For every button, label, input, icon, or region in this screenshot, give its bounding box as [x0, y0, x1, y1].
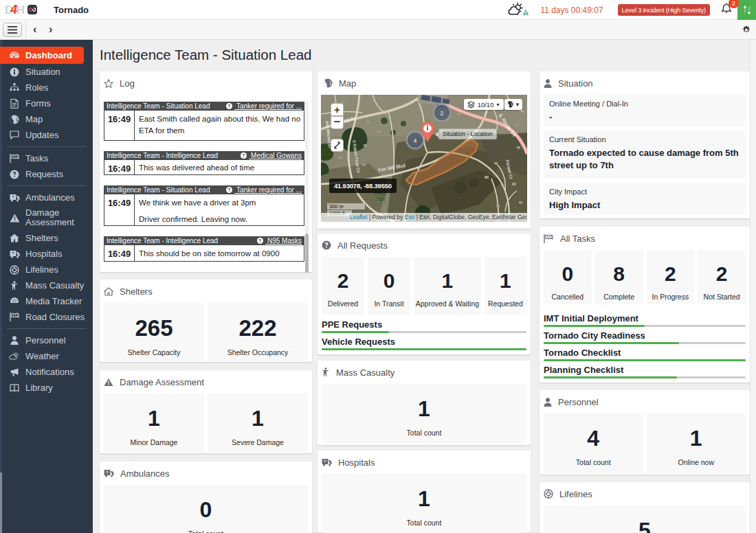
svg-text:4: 4: [413, 137, 416, 144]
svg-text:2: 2: [440, 109, 443, 117]
svg-text:Park: Park: [376, 196, 386, 201]
